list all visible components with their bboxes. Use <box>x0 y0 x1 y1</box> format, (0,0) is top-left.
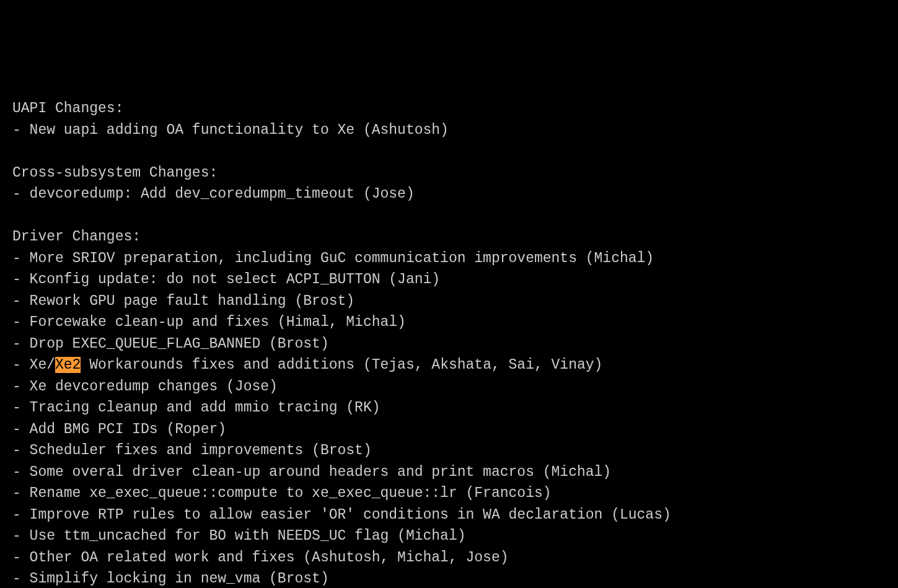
changelog-item: - devcoredump: Add dev_coredumpm_timeout… <box>12 183 886 205</box>
changelog-item: - Scheduler fixes and improvements (Bros… <box>12 440 886 462</box>
changelog-item: - New uapi adding OA functionality to Xe… <box>12 120 886 141</box>
changelog-item: - Add BMG PCI IDs (Roper) <box>12 419 886 441</box>
changelog-item: - Drop EXEC_QUEUE_FLAG_BANNED (Brost) <box>12 333 886 355</box>
changelog-item: - Xe/Xe2 Workarounds fixes and additions… <box>12 354 886 376</box>
changelog-item: - Improve RTP rules to allow easier 'OR'… <box>12 504 886 526</box>
changelog-item: - Some overal driver clean-up around hea… <box>12 462 886 483</box>
section-header: UAPI Changes: <box>12 98 886 120</box>
search-highlight: Xe2 <box>55 357 81 373</box>
changelog-item: - Rename xe_exec_queue::compute to xe_ex… <box>12 483 886 504</box>
changelog-item: - More SRIOV preparation, including GuC … <box>12 248 886 270</box>
changelog-item: - Rework GPU page fault handling (Brost) <box>12 291 886 312</box>
changelog-item: - Tracing cleanup and add mmio tracing (… <box>12 397 886 419</box>
changelog-item: - Kconfig update: do not select ACPI_BUT… <box>12 269 886 291</box>
section-header: Cross-subsystem Changes: <box>12 162 886 184</box>
changelog-item: - Other OA related work and fixes (Ashut… <box>12 547 886 569</box>
changelog-item: - Use ttm_uncached for BO with NEEDS_UC … <box>12 525 886 547</box>
changelog-item: - Xe devcoredump changes (Jose) <box>12 376 886 398</box>
changelog-item: - Simplify locking in new_vma (Brost) <box>12 568 886 588</box>
changelog-document: UAPI Changes:- New uapi adding OA functi… <box>12 98 886 588</box>
section-header: Driver Changes: <box>12 226 886 248</box>
changelog-item: - Forcewake clean-up and fixes (Himal, M… <box>12 312 886 333</box>
